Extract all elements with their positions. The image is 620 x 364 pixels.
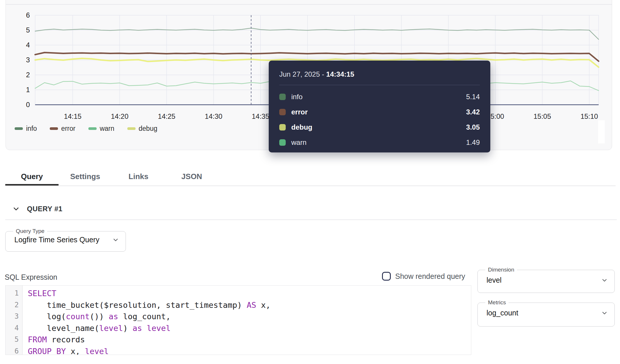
line-number: 1: [6, 288, 22, 299]
legend-label: warn: [100, 125, 114, 133]
sql-keyword: level: [147, 324, 170, 333]
sql-code-editor[interactable]: 123456 SELECT time_bucket($resolution, s…: [5, 285, 471, 355]
legend-swatch-error: [50, 127, 58, 130]
chevron-down-icon: [112, 236, 119, 243]
tooltip-series-value: 1.49: [466, 138, 480, 147]
sql-text: level_name(: [28, 324, 99, 333]
scrollbar-thumb[interactable]: [598, 120, 605, 143]
show-rendered-query-control: Show rendered query: [382, 272, 465, 281]
code-line: log(count()) as log_count,: [28, 311, 471, 322]
tooltip-time: 14:34:15: [326, 70, 354, 78]
x-tick-label: 14:35: [252, 112, 269, 120]
code-line: level_name(level) as level: [28, 322, 471, 334]
line-number: 5: [6, 334, 22, 346]
tab-bar: Query Settings Links JSON: [5, 168, 218, 186]
dimension-select[interactable]: Dimension level: [477, 267, 615, 293]
sql-text: [142, 324, 147, 333]
chart-legend: infoerrorwarndebug: [15, 125, 157, 133]
code-line: SELECT: [28, 288, 471, 299]
tooltip-rows: info5.14error3.42debug3.05warn1.49: [279, 89, 480, 150]
query-section-title: QUERY #1: [27, 205, 62, 213]
code-line: FROM records: [28, 334, 471, 346]
y-tick-label: 2: [26, 71, 30, 79]
sql-text: records: [47, 335, 85, 344]
tooltip-series-value: 3.42: [466, 108, 480, 116]
tab-query[interactable]: Query: [5, 168, 59, 186]
legend-swatch-info: [15, 127, 23, 130]
x-tick-label: 14:25: [158, 112, 175, 120]
tooltip-row-info: info5.14: [279, 89, 480, 104]
tooltip-divider: [279, 85, 480, 85]
tooltip-row-warn: warn1.49: [279, 135, 480, 150]
tab-settings[interactable]: Settings: [59, 168, 112, 186]
dimension-row: level: [478, 273, 614, 288]
legend-label: debug: [139, 125, 157, 133]
legend-item-debug[interactable]: debug: [127, 125, 157, 133]
query-type-value: Logfire Time Series Query: [14, 236, 112, 244]
tooltip-series-value: 5.14: [466, 93, 480, 101]
x-tick-label: 14:15: [64, 112, 81, 120]
metrics-value: log_count: [487, 309, 601, 317]
show-rendered-query-checkbox[interactable]: [382, 272, 391, 281]
sql-text: log(: [28, 312, 66, 321]
tabs-divider: [5, 186, 616, 186]
dimension-label: Dimension: [485, 267, 517, 273]
tooltip-swatch-error: [279, 109, 286, 115]
legend-label: error: [61, 125, 76, 133]
sql-keyword: FROM: [28, 335, 47, 344]
y-tick-label: 1: [26, 86, 30, 94]
tooltip-row-debug: debug3.05: [279, 120, 480, 135]
tab-links[interactable]: Links: [112, 168, 165, 186]
sql-keyword: SELECT: [28, 289, 56, 298]
metrics-label: Metrics: [485, 299, 508, 306]
line-number: 4: [6, 322, 22, 334]
query-type-select[interactable]: Query Type Logfire Time Series Query: [5, 228, 126, 252]
legend-item-error[interactable]: error: [50, 125, 76, 133]
query-section-divider: [5, 219, 617, 220]
x-tick-label: 15:10: [580, 112, 598, 120]
line-number: 6: [6, 346, 22, 355]
tooltip-date: Jun 27, 2025 -: [279, 70, 326, 78]
query-type-row: Logfire Time Series Query: [6, 234, 126, 248]
line-number: 2: [6, 299, 22, 311]
sql-text: time_bucket($resolution, start_timestamp…: [28, 301, 247, 310]
x-tick-label: 14:30: [205, 112, 222, 120]
metrics-row: log_count: [478, 306, 614, 321]
tooltip-row-error: error3.42: [279, 104, 480, 120]
sql-text: x,: [256, 301, 270, 310]
code-line: GROUP BY x, level: [28, 346, 471, 355]
query-section-header[interactable]: QUERY #1: [12, 205, 62, 213]
chart-tooltip: Jun 27, 2025 - 14:34:15 info5.14error3.4…: [269, 61, 490, 152]
editor-code[interactable]: SELECT time_bucket($resolution, start_ti…: [23, 286, 471, 355]
sql-keyword: count: [66, 312, 90, 321]
legend-item-warn[interactable]: warn: [88, 125, 114, 133]
query-type-label: Query Type: [13, 228, 47, 234]
tooltip-series-label: warn: [291, 138, 306, 147]
y-tick-label: 3: [26, 56, 30, 64]
tooltip-series-value: 3.05: [466, 123, 480, 131]
legend-item-info[interactable]: info: [15, 125, 37, 133]
sql-text: x,: [66, 347, 85, 355]
tab-json[interactable]: JSON: [165, 168, 218, 186]
tooltip-swatch-warn: [279, 139, 286, 146]
y-tick-label: 4: [26, 41, 30, 49]
y-tick-label: 5: [26, 26, 30, 34]
sql-text: ): [123, 324, 133, 333]
sql-keyword: GROUP BY: [28, 347, 66, 355]
tooltip-swatch-debug: [279, 124, 286, 131]
sql-text: log_count,: [118, 312, 171, 321]
legend-label: info: [26, 125, 37, 133]
code-line: time_bucket($resolution, start_timestamp…: [28, 299, 471, 311]
chevron-down-icon: [601, 277, 608, 284]
x-tick-label: 14:20: [111, 112, 129, 120]
dimension-value: level: [487, 276, 601, 284]
metrics-select[interactable]: Metrics log_count: [477, 299, 615, 327]
tooltip-series-label: info: [291, 93, 303, 101]
y-tick-label: 6: [26, 11, 30, 19]
legend-swatch-debug: [127, 127, 136, 130]
show-rendered-query-label: Show rendered query: [395, 272, 465, 281]
sql-keyword: AS: [247, 301, 256, 310]
tooltip-swatch-info: [279, 94, 286, 100]
sql-expression-label: SQL Expression: [5, 273, 57, 281]
legend-swatch-warn: [88, 127, 97, 130]
